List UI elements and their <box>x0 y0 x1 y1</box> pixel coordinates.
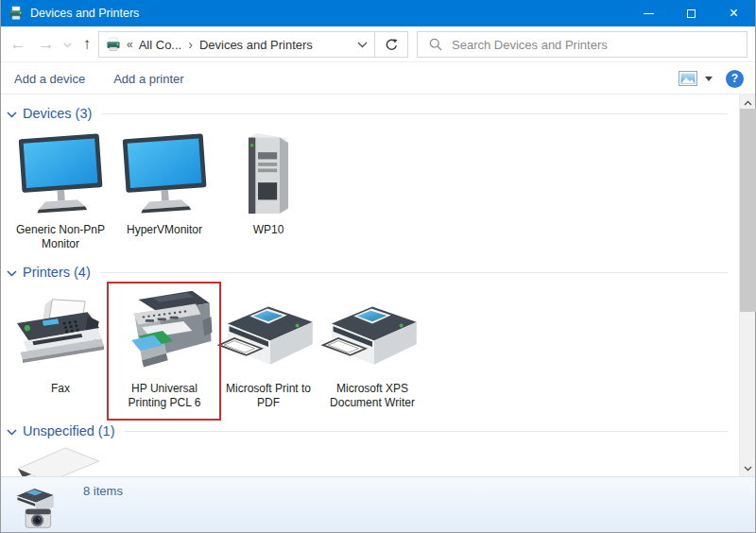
navigation-bar: ← → ↑ « All Co... › Devices and Printers <box>1 26 755 62</box>
section-divider <box>100 272 728 273</box>
refresh-icon <box>385 38 399 52</box>
change-view-button[interactable] <box>679 71 713 86</box>
close-button[interactable]: × <box>713 0 755 26</box>
section-title: Unspecified (1) <box>23 423 115 438</box>
command-toolbar: Add a device Add a printer ? <box>1 63 755 95</box>
printer-tile-xps-writer[interactable]: Microsoft XPS Document Writer <box>320 284 424 410</box>
device-tile-wp10[interactable]: WP10 <box>216 130 320 251</box>
computer-tower-icon <box>238 130 299 217</box>
scrollbar-thumb[interactable] <box>740 109 756 312</box>
search-icon <box>429 38 442 51</box>
chevron-down-icon <box>744 466 752 472</box>
refresh-button[interactable] <box>375 31 408 58</box>
fax-icon <box>10 295 111 376</box>
vertical-scrollbar[interactable] <box>739 95 755 476</box>
close-icon: × <box>730 6 738 21</box>
device-icon <box>16 446 103 476</box>
maximize-icon <box>687 9 696 18</box>
search-input[interactable] <box>452 38 747 52</box>
section-title: Devices (3) <box>23 106 92 121</box>
toolbar-right-group: ? <box>679 70 755 88</box>
printer-app-icon <box>9 6 24 21</box>
highlight-box-red <box>107 282 221 421</box>
section-header-unspecified[interactable]: Unspecified (1) <box>7 421 728 440</box>
section-header-printers[interactable]: Printers (4) <box>7 263 728 282</box>
breadcrumb-current[interactable]: Devices and Printers <box>199 38 313 52</box>
collapse-chevron-icon <box>7 112 17 118</box>
unspecified-device-partial[interactable] <box>16 446 103 476</box>
search-box <box>417 31 747 58</box>
add-a-printer-button[interactable]: Add a printer <box>113 72 183 86</box>
device-tile-hyperv-monitor[interactable]: HyperVMonitor <box>112 130 216 251</box>
forward-button[interactable]: → <box>33 26 60 62</box>
maximize-button[interactable] <box>670 0 713 26</box>
recent-pages-dropdown[interactable] <box>60 40 75 51</box>
breadcrumb-root[interactable]: All Co... <box>139 38 182 52</box>
add-a-device-button[interactable]: Add a device <box>14 72 85 86</box>
address-dropdown-button[interactable] <box>350 32 374 57</box>
scroll-down-button[interactable] <box>740 460 756 476</box>
section-divider <box>101 113 728 114</box>
status-bar: 8 items <box>1 476 755 532</box>
printer-label: Microsoft Print to PDF <box>220 382 317 410</box>
printer-icon <box>217 299 319 376</box>
devices-row: Generic Non-PnP Monitor HyperVMonitor WP… <box>9 130 320 251</box>
location-printer-icon <box>106 37 121 52</box>
chevron-up-icon <box>744 100 752 106</box>
section-title: Printers (4) <box>23 265 91 280</box>
devices-and-printers-icon <box>12 485 60 532</box>
device-tile-generic-monitor[interactable]: Generic Non-PnP Monitor <box>9 130 112 251</box>
monitor-icon <box>115 132 214 217</box>
chevron-down-icon <box>63 43 72 48</box>
collapse-chevron-icon <box>7 429 17 436</box>
window-title: Devices and Printers <box>30 7 627 20</box>
section-divider <box>125 431 728 432</box>
dropdown-caret-icon <box>705 77 713 81</box>
printer-label: Fax <box>51 382 70 396</box>
printer-label: Microsoft XPS Document Writer <box>324 382 421 410</box>
title-bar: Devices and Printers × <box>1 0 755 26</box>
up-button[interactable]: ↑ <box>75 26 99 62</box>
printer-tile-fax[interactable]: Fax <box>9 284 112 410</box>
items-count: 8 items <box>83 484 123 498</box>
device-label: WP10 <box>253 223 284 237</box>
minimize-icon <box>644 13 654 14</box>
thumbnail-view-icon <box>679 71 697 86</box>
device-label: HyperVMonitor <box>127 223 202 237</box>
printer-icon <box>321 299 423 376</box>
chevron-down-icon <box>357 42 368 48</box>
printer-tile-print-to-pdf[interactable]: Microsoft Print to PDF <box>216 284 320 410</box>
address-bar[interactable]: « All Co... › Devices and Printers <box>98 31 375 58</box>
help-button[interactable]: ? <box>726 70 744 88</box>
monitor-icon <box>11 132 110 217</box>
items-view: Devices (3) Generic Non-PnP Monitor Hype… <box>1 95 739 476</box>
minimize-button[interactable] <box>627 0 670 26</box>
breadcrumb-separator-icon: › <box>188 37 193 52</box>
breadcrumb-overflow-chevrons[interactable]: « <box>127 38 133 51</box>
device-label: Generic Non-PnP Monitor <box>12 223 109 251</box>
back-button[interactable]: ← <box>5 26 31 62</box>
section-header-devices[interactable]: Devices (3) <box>7 104 728 123</box>
collapse-chevron-icon <box>7 270 17 277</box>
devices-and-printers-window: Devices and Printers × ← → ↑ « All Co...… <box>0 0 756 533</box>
